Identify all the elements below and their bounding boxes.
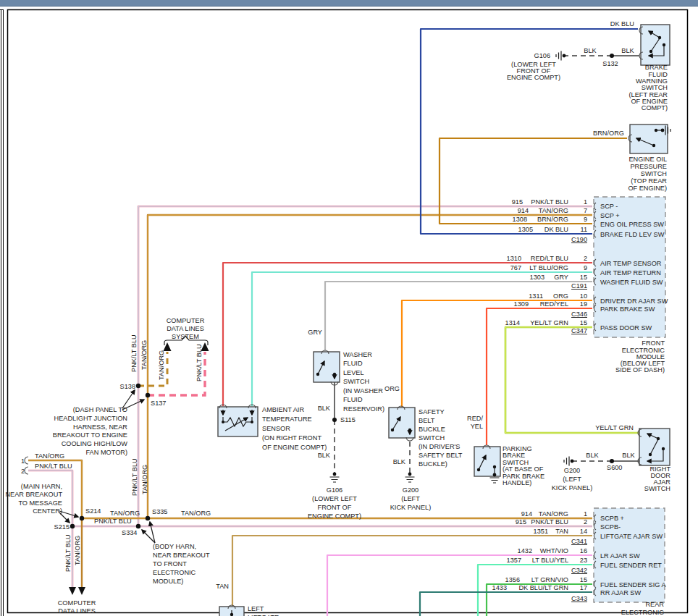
label-line: LEFT bbox=[248, 605, 264, 612]
wire-color: LT GRN/VIO bbox=[531, 576, 568, 583]
wire-color: PNK/LT BLU bbox=[531, 518, 568, 526]
signal-label: FUEL SENDER SIG A bbox=[600, 581, 666, 588]
label-line: (AT BASE OF bbox=[503, 465, 544, 473]
wire-label: PNK/LT BLU bbox=[94, 518, 132, 525]
wire-color: TAN/ORG bbox=[539, 207, 568, 214]
label-line: BUCKLE bbox=[419, 426, 445, 433]
pin-number: 10 bbox=[580, 292, 587, 300]
pin-number: 1 bbox=[21, 457, 25, 465]
wire-color: RED/LT BLU bbox=[531, 255, 568, 262]
label-line: (ON RIGHT FRONT bbox=[262, 434, 321, 442]
note-line: COMPUTER bbox=[58, 599, 96, 607]
ground-location: ENGINE COMPT) bbox=[507, 74, 560, 81]
wire-label: BLK bbox=[318, 452, 331, 459]
splice-s214 bbox=[80, 516, 84, 520]
note-line: CENTER) bbox=[33, 507, 62, 515]
pin-number: 11 bbox=[580, 226, 587, 233]
label-line: SWITCH bbox=[343, 378, 369, 385]
contact-dot bbox=[391, 429, 394, 431]
label-line: HANDLE) bbox=[503, 479, 531, 486]
label-line: OF ENGINE) bbox=[628, 185, 667, 192]
wire-label-vertical: TAN/ORG bbox=[158, 350, 165, 380]
wire-number: 915 bbox=[512, 198, 523, 206]
pin-number: 2 bbox=[584, 518, 587, 526]
contact-dot bbox=[316, 373, 319, 376]
wire-label: RED/ bbox=[467, 415, 483, 422]
signal-label: AIR TEMP SENSOR bbox=[600, 260, 662, 267]
wire-label: TAN/ORG bbox=[110, 510, 140, 517]
pin-number: 23 bbox=[580, 557, 587, 564]
signal-label: PARK BRAKE SW bbox=[600, 305, 655, 313]
splice-s334 bbox=[136, 524, 140, 528]
signal-label: ENG OIL PRESS SW bbox=[600, 221, 664, 228]
pin-number: 14 bbox=[580, 528, 587, 535]
wire-label-vertical: TAN/ORG bbox=[140, 340, 148, 370]
belt-switch-box bbox=[389, 408, 415, 438]
splice-label: S335 bbox=[152, 508, 167, 515]
park-switch-box bbox=[474, 447, 500, 476]
pin-number: 7 bbox=[584, 207, 587, 214]
connector-label: C191 bbox=[571, 282, 587, 290]
pin-number: 2 bbox=[21, 468, 25, 475]
pin-number: 16 bbox=[580, 547, 587, 554]
wire-color: PNK/LT BLU bbox=[531, 198, 568, 206]
label-line: BELT bbox=[419, 417, 435, 424]
label-line: BRAKE bbox=[645, 64, 668, 71]
signal-label: SCP - bbox=[600, 203, 618, 210]
wire-label-vertical: PNK/LT BLU bbox=[195, 344, 203, 381]
connector-label: C343 bbox=[571, 595, 587, 602]
label-line: SAFETY bbox=[419, 408, 445, 415]
pin-number: 9 bbox=[584, 264, 587, 271]
ground-location: (LEFT bbox=[563, 476, 581, 483]
ground-location: (LEFT bbox=[401, 495, 420, 502]
note-line: HARNESS, NEAR bbox=[73, 423, 127, 431]
wire-number: 1308 bbox=[513, 216, 527, 223]
wire-color: TAN/ORG bbox=[539, 510, 568, 518]
contact-dot bbox=[649, 453, 652, 456]
wire-label-vertical: PNK/LT BLU bbox=[64, 534, 72, 572]
note-line: COMPUTER bbox=[167, 317, 205, 324]
wire-color: RED/YEL bbox=[540, 300, 568, 308]
wiring-diagram-page: 915 PNK/LT BLU 1 SCP - 914 TAN/ORG 7 SCP… bbox=[0, 0, 698, 616]
note-line: MODULE) bbox=[153, 578, 183, 585]
signal-label: LIFTGATE AJAR SW bbox=[600, 533, 663, 540]
label-line: (TOP REAR bbox=[631, 177, 667, 185]
wire-label-vertical: PNK/LT BLU bbox=[130, 334, 138, 372]
label-line: TEMPERATURE bbox=[262, 415, 312, 423]
splice-label: S215 bbox=[54, 523, 70, 531]
wire-number: 914 bbox=[521, 510, 532, 518]
wire-number: 1432 bbox=[518, 547, 532, 554]
connector-label: C346 bbox=[571, 311, 587, 318]
signal-label: SCPB- bbox=[600, 523, 621, 531]
signal-label: AIR TEMP RETURN bbox=[600, 269, 661, 277]
wire-number: 1351 bbox=[534, 528, 548, 535]
splice-s335 bbox=[146, 516, 150, 520]
contact-dot bbox=[658, 36, 661, 39]
signal-label: SCP + bbox=[600, 212, 620, 219]
ground-label: G106 bbox=[534, 52, 550, 59]
wiring-diagram-canvas: 915 PNK/LT BLU 1 SCP - 914 TAN/ORG 7 SCP… bbox=[0, 0, 698, 616]
note-line: (MAIN HARN, bbox=[21, 483, 62, 490]
note-line: TO MESSAGE bbox=[18, 499, 62, 507]
wire-number: 1309 bbox=[514, 300, 529, 308]
wire-label: BLK bbox=[584, 47, 597, 54]
note-line: HEADLIGHT JUNCTION bbox=[54, 415, 127, 422]
connector-label: C342 bbox=[571, 567, 587, 574]
ground-label: G200 bbox=[403, 486, 419, 494]
wire-label: TAN bbox=[216, 583, 229, 590]
note-line: FAN MOTOR) bbox=[85, 449, 127, 456]
contact-dot bbox=[230, 613, 233, 616]
pin-number: 15 bbox=[580, 319, 587, 326]
connector-label: C341 bbox=[571, 538, 587, 545]
contact-dot bbox=[477, 468, 480, 471]
contact-dot bbox=[251, 421, 253, 423]
label-line: BRAKE bbox=[503, 452, 525, 459]
pin-number: 17 bbox=[580, 584, 587, 591]
signal-label: WASHER FLUID SW bbox=[600, 279, 663, 286]
pin-number: 19 bbox=[580, 300, 587, 308]
note-line: BREAKOUT TO ENGINE bbox=[53, 431, 127, 439]
label-line: (IN DRIVER'S bbox=[419, 443, 460, 450]
contact-dot bbox=[222, 421, 224, 423]
wire-label: BLK bbox=[621, 47, 634, 54]
splice-s115 bbox=[332, 418, 337, 422]
